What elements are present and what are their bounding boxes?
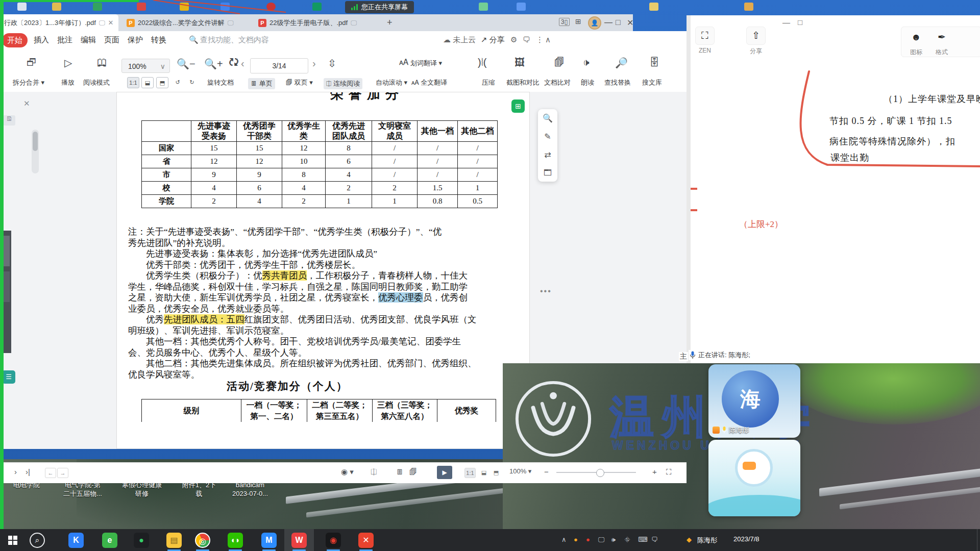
tray-expand-icon[interactable]: ∧ (561, 536, 567, 543)
doc-compare-button[interactable]: 文档比对 (544, 78, 571, 87)
menu-page[interactable]: 页面 (104, 35, 119, 45)
taskbar-pdf-app[interactable]: ✕ (358, 533, 374, 548)
play-button[interactable]: 播放 (61, 78, 75, 87)
taskbar-wps-office[interactable]: W (291, 533, 307, 548)
cloud-status[interactable]: ☁ 未上云 (443, 35, 476, 45)
full-translate-button[interactable]: 🗚 全文翻译 (411, 78, 447, 87)
continuous-read-button[interactable]: ⎅ 连续阅读 (324, 78, 362, 89)
word-translate-button[interactable]: 划词翻译 ▾ (410, 59, 442, 68)
zoom-in-icon[interactable]: 🔍+ (204, 58, 223, 70)
desktop-shortcut-icon[interactable] (312, 3, 322, 11)
fit-page-icon[interactable]: ⬒ (491, 468, 501, 477)
double-page-icon[interactable]: 🗐 (409, 467, 417, 476)
minimize-icon[interactable]: — (782, 18, 790, 27)
share-doc-button[interactable]: ⇧ 分享 (744, 27, 768, 56)
close-panel-icon[interactable]: ✕ (23, 99, 30, 108)
menu-convert[interactable]: 转换 (151, 35, 166, 45)
desktop-shortcut-icon[interactable] (649, 3, 658, 11)
compress-icon[interactable]: )⦚( (478, 57, 487, 68)
search-input[interactable]: 查找功能、文档内容 (200, 35, 269, 45)
compress-button[interactable]: 压缩 (482, 78, 495, 87)
taskbar-browser-360[interactable]: e (102, 533, 117, 548)
split-merge-icon[interactable]: 🗗 (27, 57, 37, 68)
zoom-slider[interactable] (556, 472, 636, 473)
tray-volume-icon[interactable]: 🕪 (611, 536, 616, 544)
participant-video-tile[interactable]: 海 陈海彤 (708, 364, 800, 438)
zoom-slider-knob[interactable] (596, 469, 604, 477)
split-merge-button[interactable]: 拆分合并 ▾ (13, 78, 44, 87)
menu-edit[interactable]: 编辑 (81, 35, 96, 45)
fit-page-icon[interactable]: ⬒ (156, 77, 168, 88)
taskbar-clock[interactable]: 2023/7/8 (733, 535, 760, 543)
maximize-icon[interactable]: □ (616, 18, 621, 27)
tray-network-icon[interactable]: ⛗ (625, 536, 630, 544)
play-icon[interactable]: ▷ (64, 57, 72, 69)
desktop-shortcut-icon[interactable] (52, 3, 61, 11)
avatar[interactable]: 👤 (588, 16, 601, 30)
share-button[interactable]: ↗ 分享 (481, 35, 505, 45)
zoom-level[interactable]: 100% ▾ (509, 467, 531, 475)
desktop-shortcut-icon[interactable] (479, 3, 488, 11)
search-library-icon[interactable]: 🗄 (649, 57, 659, 68)
zoom-in-icon[interactable]: + (652, 467, 657, 476)
find-replace-icon[interactable]: 🔎 (615, 57, 628, 69)
apps-grid-icon[interactable]: ⊞ (575, 17, 581, 26)
zoom-select[interactable]: 100%∨ (121, 59, 170, 73)
gear-icon[interactable]: ⚙ (510, 35, 517, 44)
tray-qq-icon[interactable]: ◆ (687, 536, 692, 543)
rotate-right-icon[interactable]: ↻ (186, 77, 198, 87)
eye-protect-icon[interactable]: ◉ ▾ (341, 467, 354, 477)
single-page-button[interactable]: 🗏 单页 (248, 78, 275, 89)
snapshot-icon[interactable]: 🗔 (544, 168, 552, 178)
rotate-pages-icon[interactable]: 🗘 (229, 57, 239, 68)
menu-home[interactable]: 开始 (2, 33, 28, 47)
read-mode-button[interactable]: 阅读模式 (83, 78, 110, 87)
rotate-doc-button[interactable]: 旋转文档 (207, 78, 234, 87)
maximize-icon[interactable]: □ (798, 18, 802, 27)
next-page-icon[interactable]: › (312, 58, 316, 69)
comment-icon[interactable]: 🗨 (523, 35, 530, 44)
single-page-icon[interactable]: 🗏 (396, 467, 404, 476)
zoom-out-icon[interactable]: 🔍− (177, 58, 195, 70)
tray-display-icon[interactable]: 🖵 (598, 536, 605, 544)
tray-app-icon[interactable]: ● (586, 536, 590, 543)
scrollbar[interactable] (32, 130, 39, 173)
menu-protect[interactable]: 保护 (128, 35, 143, 45)
extract-icon[interactable]: ⇄ (544, 150, 551, 160)
tab-document-active[interactable]: 行政〔2023〕1...3年修订）.pdf 🖵 ✕ (0, 14, 118, 31)
start-button[interactable] (5, 533, 20, 548)
prev-page-icon[interactable]: ‹ (241, 58, 244, 69)
menu-insert[interactable]: 插入 (34, 35, 49, 45)
fullscreen-icon[interactable]: ⛶ (666, 467, 672, 477)
menu-annotate[interactable]: 批注 (57, 35, 72, 45)
pin-icon[interactable]: 🖵 (228, 19, 234, 27)
play-presentation-button[interactable]: ▶ (437, 466, 452, 479)
read-aloud-icon[interactable]: 🕩 (583, 57, 590, 68)
last-view-icon[interactable]: ›| (26, 467, 30, 476)
more-tools-icon[interactable]: ••• (540, 287, 552, 296)
close-icon[interactable]: ✕ (627, 18, 633, 28)
taskbar-recorder-green[interactable]: ● (134, 533, 149, 548)
taskbar-search-icon[interactable]: ⌕ (30, 533, 45, 548)
fit-width-icon[interactable]: ⬓ (479, 468, 489, 477)
doc-compare-icon[interactable]: 🗐 (554, 57, 565, 68)
tab-document[interactable]: P 22级学生手册电子版、.pdf 🖵 (254, 14, 370, 31)
desktop-shortcut-icon[interactable] (744, 3, 753, 11)
taskbar-chrome[interactable]: ◎ (195, 533, 210, 548)
tab-document[interactable]: P 2022级综合...奖学金文件讲解 🖵 (122, 14, 240, 31)
taskbar-bandicam[interactable]: ◉ (326, 533, 341, 548)
collapse-ribbon-icon[interactable]: ∧ (545, 35, 551, 44)
zen-mode-button[interactable]: ⛶ ZEN (693, 27, 717, 54)
split-view-icon[interactable]: ⎅ (371, 467, 377, 477)
page-number-input[interactable]: 3/14 (250, 58, 308, 73)
screenshot-compare-icon[interactable]: 🖽 (514, 57, 525, 68)
fit-width-icon[interactable]: ⬓ (141, 77, 154, 88)
desktop-shortcut-icon[interactable] (17, 3, 27, 11)
auto-scroll-button[interactable]: 自动滚动 ▾ (376, 78, 407, 87)
next-view-icon[interactable]: › (14, 467, 17, 476)
screenshot-compare-button[interactable]: 截图和对比 (506, 78, 540, 87)
back-icon[interactable]: ← (45, 468, 56, 478)
icon-style-button[interactable]: ☻ 图标 (904, 29, 928, 57)
read-aloud-button[interactable]: 朗读 (581, 78, 594, 87)
word-translate-icon[interactable]: 🗚 (399, 58, 408, 67)
